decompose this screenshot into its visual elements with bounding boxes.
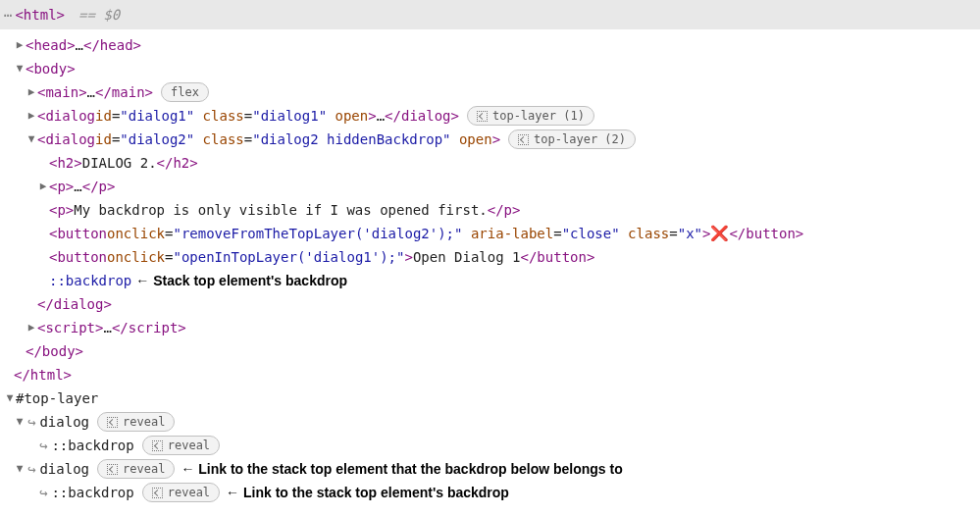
collapse-icon[interactable]: ▼ [14, 57, 26, 80]
node-dialog1[interactable]: ▶ <dialog id="dialog1" class="dialog1" o… [2, 104, 978, 128]
top-layer-item[interactable]: ▼↪ dialog reveal ← Link to the stack top… [2, 457, 978, 481]
node-html-close[interactable]: </html> [2, 363, 978, 387]
node-script[interactable]: ▶ <script>…</script> [2, 316, 978, 339]
top-layer-backdrop[interactable]: ↪ ::backdrop reveal [2, 434, 978, 457]
top-layer-icon [518, 134, 529, 145]
node-body-close[interactable]: </body> [2, 339, 978, 363]
selected-node-header: ⋯ <html> == $0 [0, 0, 980, 29]
collapse-icon[interactable]: ▼ [4, 387, 16, 410]
node-body-open[interactable]: ▼ <body> [2, 57, 978, 80]
console-ref: == $0 [78, 3, 120, 26]
node-main[interactable]: ▶ <main>…</main> flex [2, 80, 978, 104]
reveal-badge[interactable]: reveal [142, 483, 220, 502]
reveal-icon [107, 417, 118, 428]
node-button-open[interactable]: <button onclick="openInTopLayer('dialog1… [2, 245, 978, 269]
dom-tree: ▶ <head>…</head> ▼ <body> ▶ <main>…</mai… [0, 29, 980, 512]
node-dialog2-open[interactable]: ▼ <dialog id="dialog2" class="dialog2 hi… [2, 128, 978, 151]
top-layer-item[interactable]: ▼↪ dialog reveal [2, 410, 978, 434]
top-layer-badge[interactable]: top-layer (1) [467, 106, 594, 126]
node-p-text[interactable]: <p>My backdrop is only visible if I was … [2, 198, 978, 222]
node-dialog2-close[interactable]: </dialog> [2, 292, 978, 316]
ellipsis-icon: ⋯ [4, 3, 11, 26]
node-p-collapsed[interactable]: ▶ <p>…</p> [2, 175, 978, 198]
node-head[interactable]: ▶ <head>…</head> [2, 33, 978, 57]
node-button-close[interactable]: <button onclick="removeFromTheTopLayer('… [2, 222, 978, 245]
annotation: ← Link to the stack top element's backdr… [226, 481, 509, 504]
reveal-badge[interactable]: reveal [142, 436, 220, 455]
expand-icon[interactable]: ▶ [14, 33, 26, 57]
top-layer-header[interactable]: ▼#top-layer [2, 387, 978, 410]
link-icon: ↪ [39, 481, 47, 504]
node-h2[interactable]: <h2>DIALOG 2.</h2> [2, 151, 978, 175]
reveal-badge[interactable]: reveal [97, 459, 175, 479]
annotation: ← Link to the stack top element that the… [181, 457, 622, 481]
link-icon: ↪ [39, 434, 47, 457]
collapse-icon[interactable]: ▼ [14, 410, 26, 434]
reveal-icon [152, 488, 163, 498]
top-layer-backdrop[interactable]: ↪ ::backdrop reveal ← Link to the stack … [2, 481, 978, 504]
root-tag[interactable]: <html> [15, 3, 65, 26]
x-icon: ❌ [710, 222, 729, 245]
top-layer-icon [477, 111, 488, 122]
annotation: ← Stack top element's backdrop [135, 269, 347, 292]
node-backdrop[interactable]: ::backdrop ← Stack top element's backdro… [2, 269, 978, 292]
top-layer-badge[interactable]: top-layer (2) [508, 129, 636, 149]
reveal-icon [107, 464, 118, 475]
link-icon: ↪ [27, 457, 35, 481]
collapse-icon[interactable]: ▼ [26, 128, 37, 151]
reveal-icon [152, 440, 163, 451]
expand-icon[interactable]: ▶ [26, 316, 37, 339]
expand-icon[interactable]: ▶ [37, 175, 49, 198]
expand-icon[interactable]: ▶ [26, 104, 37, 128]
expand-icon[interactable]: ▶ [26, 80, 37, 104]
link-icon: ↪ [27, 410, 35, 434]
reveal-badge[interactable]: reveal [97, 412, 175, 432]
flex-badge[interactable]: flex [161, 82, 209, 102]
collapse-icon[interactable]: ▼ [14, 457, 26, 481]
